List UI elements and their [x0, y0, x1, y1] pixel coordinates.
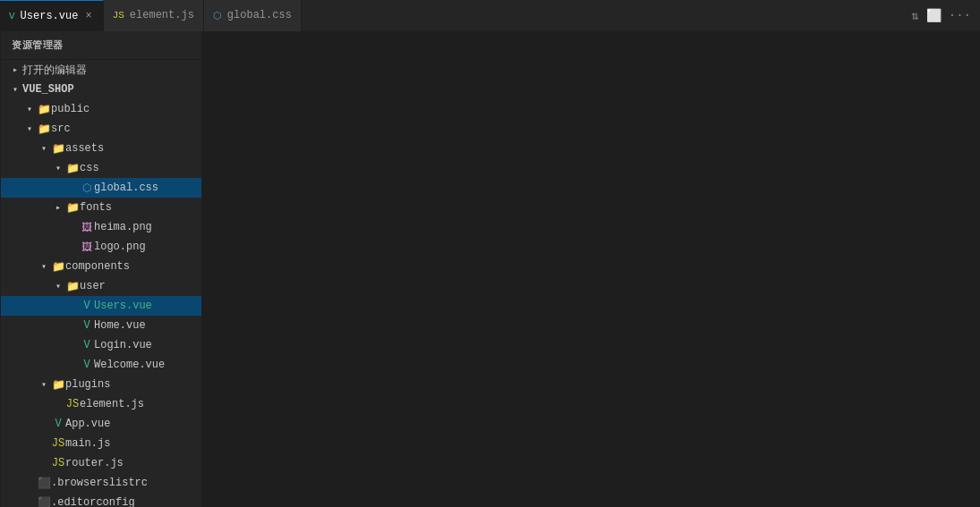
project-arrow: ▾	[8, 84, 22, 95]
file-home-vue[interactable]: V Home.vue	[1, 316, 201, 335]
users-vue-icon: V	[80, 300, 94, 312]
global-css-label: global.css	[94, 182, 201, 194]
login-vue-icon: V	[80, 339, 94, 351]
open-editors-label: 打开的编辑器	[22, 63, 201, 78]
file-app-vue[interactable]: V App.vue	[1, 414, 201, 434]
folder-components[interactable]: ▾ 📁 components	[1, 257, 201, 276]
file-heima-png[interactable]: 🖼 heima.png	[1, 217, 201, 237]
login-vue-label: Login.vue	[94, 339, 201, 351]
folder-plugins[interactable]: ▾ 📁 plugins	[1, 375, 201, 394]
file-logo-png[interactable]: 🖼 logo.png	[1, 237, 201, 257]
tab-users-vue[interactable]: V Users.vue ×	[0, 0, 104, 31]
tab-element-js[interactable]: JS element.js	[104, 0, 204, 31]
editor-area: 3 4 5 6 7 8 9 10 11 12 13 14 15 16 17 18…	[0, 31, 980, 507]
logo-png-icon: 🖼	[80, 241, 94, 254]
tab-label-global-css: global.css	[227, 9, 292, 21]
browserslistrc-icon: ⬛	[37, 477, 51, 490]
file-element-js[interactable]: JS element.js	[1, 394, 201, 414]
css-icon: ⬡	[213, 10, 222, 21]
editorconfig-label: .editorconfig	[51, 496, 201, 507]
src-arrow: ▾	[22, 123, 37, 134]
file-welcome-vue[interactable]: V Welcome.vue	[1, 355, 201, 375]
heima-label: heima.png	[94, 221, 201, 233]
browserslistrc-label: .browserslistrc	[51, 477, 201, 489]
router-js-label: router.js	[65, 457, 201, 469]
folder-user[interactable]: ▾ 📁 user	[1, 276, 201, 296]
home-vue-icon: V	[80, 319, 94, 332]
folder-assets[interactable]: ▾ 📁 assets	[1, 139, 201, 158]
fonts-arrow: ▸	[51, 202, 65, 213]
vue-icon: V	[9, 11, 15, 21]
css-folder-arrow: ▾	[51, 163, 65, 173]
app-vue-label: App.vue	[65, 418, 201, 430]
css-folder-label: css	[80, 162, 201, 174]
open-editors-arrow: ▸	[8, 64, 22, 75]
editorconfig-icon: ⬛	[37, 496, 51, 508]
global-css-icon: ⬡	[80, 182, 94, 195]
main-js-label: main.js	[65, 437, 201, 450]
plugins-folder-icon: 📁	[51, 378, 65, 392]
fonts-label: fonts	[80, 201, 201, 214]
src-folder-icon: 📁	[37, 123, 51, 136]
js-icon: JS	[113, 10, 124, 21]
app-vue-icon: V	[51, 418, 65, 430]
tab-label-users-vue: Users.vue	[21, 10, 79, 22]
components-label: components	[65, 260, 201, 273]
sidebar-header: 资源管理器	[1, 31, 201, 60]
element-js-icon: JS	[65, 398, 80, 410]
split-editor-icon[interactable]: ⇅	[911, 8, 918, 23]
src-label: src	[51, 123, 201, 135]
file-users-vue[interactable]: V Users.vue	[1, 296, 201, 316]
file-main-js[interactable]: JS main.js	[1, 434, 201, 453]
element-js-label: element.js	[80, 398, 201, 410]
folder-fonts[interactable]: ▸ 📁 fonts	[1, 198, 201, 217]
file-router-js[interactable]: JS router.js	[1, 453, 201, 473]
heima-png-icon: 🖼	[80, 221, 94, 234]
main-area: 3 4 5 6 7 8 9 10 11 12 13 14 15 16 17 18…	[0, 31, 980, 507]
router-js-icon: JS	[51, 457, 65, 469]
assets-arrow: ▾	[37, 143, 51, 154]
project-label: VUE_SHOP	[22, 83, 201, 96]
file-editorconfig[interactable]: ⬛ .editorconfig	[1, 493, 201, 507]
file-browserslistrc[interactable]: ⬛ .browserslistrc	[1, 473, 201, 493]
project-section[interactable]: ▾ VUE_SHOP	[1, 80, 201, 99]
components-folder-icon: 📁	[51, 260, 65, 274]
public-folder-icon: 📁	[37, 103, 51, 116]
file-tree: ▾ 📁 public ▾ 📁 src ▾ 📁 assets ▾ 📁 css	[1, 99, 201, 507]
file-global-css[interactable]: ⬡ global.css	[1, 178, 201, 198]
file-login-vue[interactable]: V Login.vue	[1, 335, 201, 355]
plugins-arrow: ▾	[37, 379, 51, 390]
css-folder-icon: 📁	[65, 162, 80, 175]
user-arrow: ▾	[51, 281, 65, 292]
sidebar: 资源管理器 ▸ 打开的编辑器 ▾ VUE_SHOP ▾ 📁 public ▾ 📁…	[0, 31, 201, 507]
components-arrow: ▾	[37, 261, 51, 272]
fonts-folder-icon: 📁	[65, 201, 80, 215]
open-editors-section[interactable]: ▸ 打开的编辑器	[1, 60, 201, 80]
assets-label: assets	[65, 142, 201, 155]
tab-close-users-vue[interactable]: ×	[83, 10, 93, 22]
main-js-icon: JS	[51, 437, 65, 450]
tab-bar-actions: ⇅ ⬜ ···	[911, 8, 980, 23]
plugins-label: plugins	[65, 378, 201, 391]
folder-src[interactable]: ▾ 📁 src	[1, 119, 201, 139]
tab-bar: V Users.vue × JS element.js ⬡ global.css…	[0, 0, 980, 31]
home-vue-label: Home.vue	[94, 319, 201, 332]
public-arrow: ▾	[22, 104, 37, 114]
welcome-vue-icon: V	[80, 359, 94, 371]
user-label: user	[80, 280, 201, 292]
user-folder-icon: 📁	[65, 280, 80, 293]
public-label: public	[51, 103, 201, 115]
folder-css[interactable]: ▾ 📁 css	[1, 158, 201, 178]
assets-folder-icon: 📁	[51, 142, 65, 156]
folder-public[interactable]: ▾ 📁 public	[1, 99, 201, 119]
welcome-vue-label: Welcome.vue	[94, 359, 201, 371]
toggle-panel-icon[interactable]: ⬜	[926, 8, 942, 23]
tab-label-element-js: element.js	[130, 9, 194, 21]
logo-label: logo.png	[94, 241, 201, 253]
more-actions-icon[interactable]: ···	[949, 8, 971, 22]
users-vue-label: Users.vue	[94, 300, 201, 312]
tab-global-css[interactable]: ⬡ global.css	[204, 0, 302, 31]
